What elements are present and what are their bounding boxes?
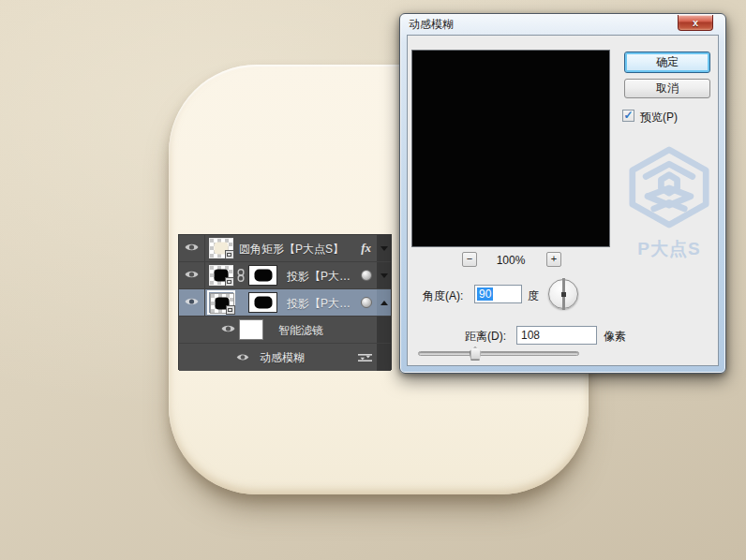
selected-thumbnail-frame xyxy=(207,290,235,315)
visibility-toggle[interactable] xyxy=(179,235,205,261)
fx-icon[interactable]: fx xyxy=(361,241,371,256)
smart-object-badge-icon xyxy=(225,277,234,287)
layer-thumbnail[interactable] xyxy=(209,238,233,258)
layer-mask-thumbnail[interactable] xyxy=(248,292,277,313)
zoom-level: 100% xyxy=(483,254,539,267)
layer-name[interactable]: 圆角矩形【P大点S】 xyxy=(239,242,344,258)
effects-circle-icon[interactable] xyxy=(361,297,372,308)
vector-mask-badge-icon xyxy=(225,250,234,259)
angle-input[interactable]: 90 xyxy=(474,285,522,303)
filter-preview-area[interactable] xyxy=(411,50,610,247)
visibility-toggle[interactable] xyxy=(216,317,239,343)
chevron-down-icon xyxy=(380,246,388,251)
motion-blur-dialog: 动感模糊 x − 100% + 确定 取消 ✓ 预览(P) xyxy=(399,13,726,374)
eye-icon xyxy=(221,323,235,336)
layer-row-rounded-rect[interactable]: 圆角矩形【P大点S】 fx xyxy=(179,235,391,262)
effects-circle-icon[interactable] xyxy=(361,270,372,281)
effects-expander[interactable] xyxy=(377,235,391,261)
visibility-toggle[interactable] xyxy=(179,262,205,288)
chevron-up-icon xyxy=(380,301,388,305)
angle-center-dot xyxy=(561,292,566,297)
dialog-body: − 100% + 确定 取消 ✓ 预览(P) P大点S 角度(A) xyxy=(407,35,719,366)
layer-row-shadow-upper[interactable]: 投影【P大… xyxy=(179,262,391,289)
filter-blending-options-icon[interactable] xyxy=(358,352,372,366)
layer-row-smart-filters[interactable]: 智能滤镜 xyxy=(179,317,391,344)
layer-mask-thumbnail[interactable] xyxy=(248,265,277,286)
ok-button[interactable]: 确定 xyxy=(624,52,710,73)
distance-slider-track[interactable] xyxy=(418,351,579,356)
zoom-in-button[interactable]: + xyxy=(546,252,561,267)
distance-input[interactable]: 108 xyxy=(516,326,597,345)
layer-name[interactable]: 智能滤镜 xyxy=(278,323,323,339)
smart-filter-thumbnail[interactable] xyxy=(239,319,263,340)
layers-panel: 圆角矩形【P大点S】 fx 投影【P大… xyxy=(178,234,392,370)
dialog-titlebar[interactable]: 动感模糊 x xyxy=(400,14,725,35)
preview-checkbox-label: 预览(P) xyxy=(640,110,678,125)
close-button[interactable]: x xyxy=(678,15,713,31)
smart-object-thumbnail[interactable] xyxy=(209,265,233,286)
expander-strip xyxy=(377,317,391,343)
eye-icon xyxy=(236,351,249,364)
watermark-text: P大点S xyxy=(618,237,721,261)
eye-icon xyxy=(185,296,199,309)
eye-icon xyxy=(185,269,199,282)
mask-shape-preview xyxy=(254,297,272,309)
zoom-out-button[interactable]: − xyxy=(462,252,477,267)
eye-icon xyxy=(185,242,199,255)
layer-row-motion-blur-filter[interactable]: 动感模糊 xyxy=(179,344,391,371)
distance-unit: 像素 xyxy=(604,329,626,345)
mask-shape-preview xyxy=(254,270,272,282)
distance-slider-thumb[interactable] xyxy=(470,346,482,361)
angle-unit: 度 xyxy=(528,288,539,304)
expander-strip xyxy=(377,344,391,371)
smart-object-badge-icon xyxy=(226,305,235,315)
distance-label: 距离(D): xyxy=(465,329,506,345)
close-icon: x xyxy=(693,18,698,28)
effects-expander[interactable] xyxy=(377,262,391,288)
layer-name[interactable]: 投影【P大… xyxy=(287,269,351,285)
cancel-button[interactable]: 取消 xyxy=(624,79,710,98)
preview-checkbox[interactable]: ✓ xyxy=(622,110,634,122)
watermark: P大点S xyxy=(618,146,721,261)
visibility-toggle[interactable] xyxy=(231,344,254,371)
layer-row-shadow-selected[interactable]: 投影【P大… xyxy=(179,289,391,317)
visibility-toggle[interactable] xyxy=(179,289,205,316)
effects-expander[interactable] xyxy=(377,289,391,316)
filter-name[interactable]: 动感模糊 xyxy=(260,350,305,366)
chevron-down-icon xyxy=(380,273,388,278)
angle-label: 角度(A): xyxy=(423,288,463,304)
watermark-logo-icon xyxy=(624,215,714,231)
layer-name[interactable]: 投影【P大… xyxy=(287,296,351,312)
dialog-title: 动感模糊 xyxy=(409,18,454,31)
link-icon[interactable] xyxy=(237,269,245,285)
smart-object-thumbnail[interactable] xyxy=(210,293,234,314)
angle-dial[interactable] xyxy=(548,279,578,309)
angle-value: 90 xyxy=(477,287,493,301)
